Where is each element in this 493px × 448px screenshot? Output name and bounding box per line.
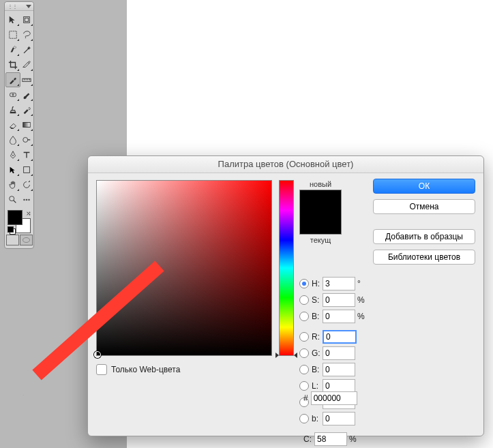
color-swatches: ⤭ — [6, 210, 32, 233]
color-field[interactable] — [96, 180, 272, 356]
rotate-view-tool[interactable] — [19, 177, 34, 192]
gradient-tool[interactable] — [19, 117, 34, 132]
history-brush-tool[interactable] — [19, 102, 34, 117]
rgb-b-input[interactable] — [323, 363, 355, 376]
h-input[interactable] — [323, 277, 355, 290]
h-unit: ° — [357, 279, 367, 288]
s-label: S: — [312, 295, 323, 305]
svg-point-8 — [23, 138, 28, 143]
standard-mode-icon[interactable] — [6, 235, 19, 245]
dodge-tool[interactable] — [19, 132, 34, 147]
spot-heal-tool[interactable] — [5, 87, 20, 102]
r-label: R: — [312, 332, 323, 342]
ruler-tool[interactable] — [19, 72, 34, 87]
pen-tool[interactable] — [5, 147, 20, 162]
type-tool[interactable] — [19, 147, 34, 162]
color-value-fields: H: ° S: % B: % — [299, 275, 474, 448]
crop-tool[interactable] — [5, 57, 20, 72]
svg-rect-1 — [25, 18, 28, 21]
tools-panel-header[interactable]: ⋮⋮ — [5, 2, 33, 11]
hex-hash-label: # — [303, 393, 308, 403]
add-swatch-button[interactable]: Добавить в образцы — [373, 229, 475, 244]
color-preview: новый текущ — [299, 180, 342, 245]
default-colors-icon[interactable] — [8, 226, 14, 233]
svg-point-9 — [12, 155, 14, 156]
rgb-b-label: B: — [312, 365, 323, 374]
svg-rect-2 — [10, 31, 17, 39]
dialog-title: Палитра цветов (Основной цвет) — [88, 156, 483, 173]
svg-point-11 — [10, 196, 14, 201]
tools-panel: ⋮⋮ ⤭ — [4, 1, 34, 249]
magic-wand-tool[interactable] — [19, 42, 34, 57]
hand-tool[interactable] — [5, 177, 20, 192]
b-label: B: — [312, 312, 323, 321]
hex-input[interactable] — [311, 391, 357, 405]
lab-b-input[interactable] — [323, 412, 355, 425]
preview-current-label: текущ — [299, 236, 342, 244]
l-input[interactable] — [323, 379, 355, 393]
edit-toolbar[interactable] — [19, 192, 34, 207]
lab-b-label: b: — [312, 414, 323, 423]
blur-tool[interactable] — [5, 132, 20, 147]
color-picker-dialog: Палитра цветов (Основной цвет) новый тек… — [87, 155, 484, 436]
zoom-tool[interactable] — [5, 192, 20, 207]
l-radio[interactable] — [299, 381, 309, 391]
h-label: H: — [312, 279, 323, 288]
l-label: L: — [312, 381, 323, 391]
marquee-tool[interactable] — [5, 27, 20, 42]
svg-point-14 — [28, 199, 30, 201]
swap-colors-icon[interactable]: ⤭ — [26, 210, 31, 217]
svg-rect-7 — [23, 123, 31, 128]
color-libraries-button[interactable]: Библиотеки цветов — [373, 250, 475, 265]
brush-tool[interactable] — [19, 87, 34, 102]
cancel-button[interactable]: Отмена — [373, 199, 475, 214]
preview-new-label: новый — [299, 180, 342, 188]
hex-row: # — [299, 391, 357, 405]
move-tool[interactable] — [5, 12, 20, 27]
shape-tool[interactable] — [19, 162, 34, 177]
path-select-tool[interactable] — [5, 162, 20, 177]
hue-radio[interactable] — [299, 279, 309, 288]
bri-radio[interactable] — [299, 312, 309, 321]
edit-mode-toggle[interactable] — [5, 235, 33, 245]
lab-b-radio[interactable] — [299, 414, 309, 423]
r-radio[interactable] — [299, 332, 309, 342]
svg-point-3 — [14, 46, 16, 49]
slice-tool[interactable] — [19, 57, 34, 72]
sat-radio[interactable] — [299, 295, 309, 305]
b-unit: % — [357, 312, 367, 321]
preview-swatch[interactable] — [299, 190, 342, 235]
panel-menu-icon[interactable] — [26, 5, 31, 8]
foreground-color-swatch[interactable] — [8, 210, 23, 225]
g-radio[interactable] — [299, 348, 309, 358]
s-input[interactable] — [323, 293, 355, 307]
svg-rect-6 — [10, 113, 16, 114]
lasso-tool[interactable] — [19, 27, 34, 42]
b-input[interactable] — [323, 310, 355, 323]
web-only-row[interactable]: Только Web-цвета — [96, 364, 180, 375]
color-field-marker — [94, 351, 101, 358]
rgb-b-radio[interactable] — [299, 365, 309, 374]
web-only-label: Только Web-цвета — [111, 365, 180, 374]
hue-slider[interactable] — [279, 180, 294, 356]
svg-point-13 — [26, 199, 28, 201]
svg-point-12 — [23, 199, 25, 201]
web-only-checkbox[interactable] — [96, 364, 107, 375]
quick-select-tool[interactable] — [5, 42, 20, 57]
hue-slider-thumb[interactable] — [275, 353, 297, 358]
eyedropper-tool[interactable] — [5, 72, 20, 87]
quick-mask-mode-icon[interactable] — [20, 235, 33, 245]
s-unit: % — [357, 295, 367, 305]
eraser-tool[interactable] — [5, 117, 20, 132]
artboard-tool[interactable] — [19, 12, 34, 27]
clone-stamp-tool[interactable] — [5, 102, 20, 117]
c-input[interactable] — [314, 432, 347, 446]
drag-handle-icon: ⋮⋮ — [8, 3, 17, 10]
g-label: G: — [312, 348, 323, 358]
c-unit: % — [349, 434, 359, 444]
c-label: C: — [299, 434, 312, 444]
r-input[interactable] — [323, 330, 357, 344]
svg-rect-10 — [24, 167, 30, 173]
ok-button[interactable]: ОК — [373, 179, 475, 194]
g-input[interactable] — [323, 346, 355, 360]
